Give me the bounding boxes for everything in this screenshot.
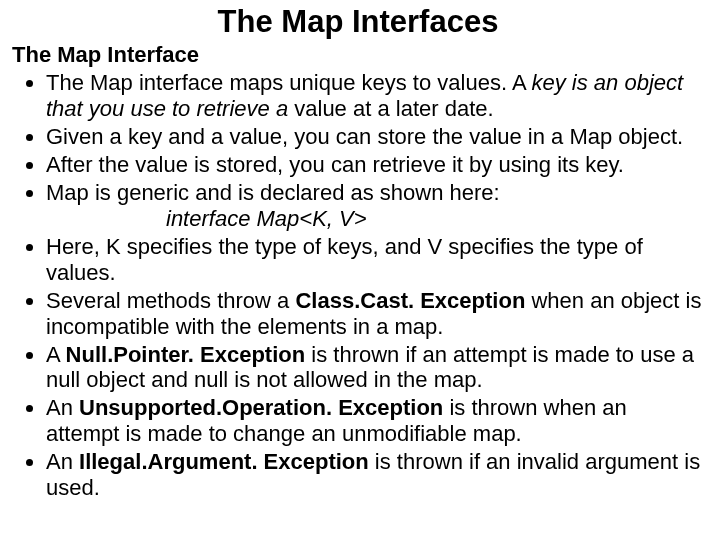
text: The Map interface maps unique keys to va… [46,70,532,95]
list-item: Here, K specifies the type of keys, and … [46,234,704,286]
list-item: An Unsupported.Operation. Exception is t… [46,395,704,447]
bold-text: Illegal.Argument. Exception [79,449,369,474]
bullet-list: The Map interface maps unique keys to va… [12,70,704,501]
bold-text: Null.Pointer. Exception [66,342,306,367]
bold-text: Unsupported.Operation. Exception [79,395,443,420]
text: A [46,342,66,367]
list-item: Map is generic and is declared as shown … [46,180,704,232]
list-item: After the value is stored, you can retri… [46,152,704,178]
bold-text: Class.Cast. Exception [295,288,525,313]
slide-title: The Map Interfaces [12,4,704,40]
list-item: The Map interface maps unique keys to va… [46,70,704,122]
text: Map is generic and is declared as shown … [46,180,500,205]
text: value at a later date. [288,96,493,121]
list-item: Several methods throw a Class.Cast. Exce… [46,288,704,340]
list-item: An Illegal.Argument. Exception is thrown… [46,449,704,501]
text: Several methods throw a [46,288,295,313]
text: An [46,449,79,474]
slide: The Map Interfaces The Map Interface The… [0,0,720,540]
code-line: interface Map<K, V> [166,206,704,232]
text: An [46,395,79,420]
list-item: A Null.Pointer. Exception is thrown if a… [46,342,704,394]
list-item: Given a key and a value, you can store t… [46,124,704,150]
slide-subtitle: The Map Interface [12,42,704,68]
